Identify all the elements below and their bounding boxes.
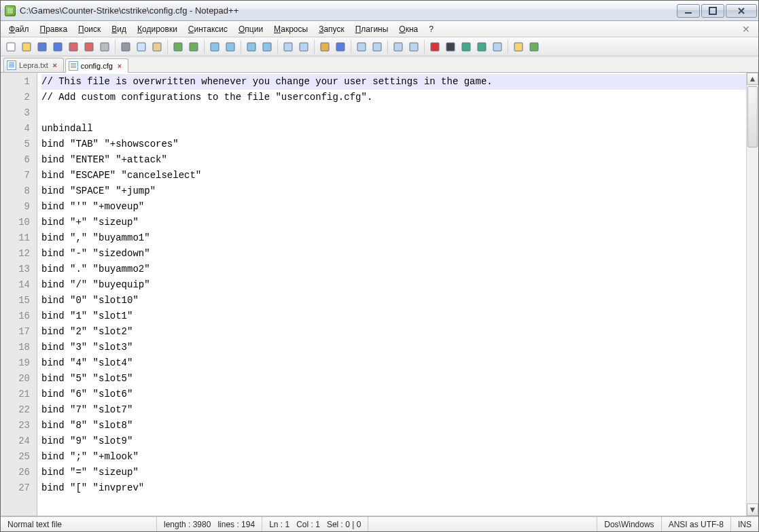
- code-line[interactable]: bind "ENTER" "+attack": [41, 152, 746, 168]
- code-line[interactable]: bind "-" "sizedown": [41, 246, 746, 262]
- save-macro-icon[interactable]: [490, 39, 505, 54]
- code-line[interactable]: bind "6" "slot6": [41, 387, 746, 402]
- svg-rect-7: [85, 43, 93, 51]
- toolbar-separator: [241, 40, 241, 54]
- code-line[interactable]: bind "4" "slot4": [41, 355, 746, 371]
- svg-rect-12: [174, 43, 182, 51]
- code-line[interactable]: bind "." "buyammo2": [41, 262, 746, 277]
- code-line[interactable]: bind "2" "slot2": [41, 324, 746, 340]
- app-icon: [5, 5, 16, 16]
- open-file-icon[interactable]: [19, 39, 34, 54]
- code-line[interactable]: bind "TAB" "+showscores": [41, 137, 746, 152]
- minimize-button[interactable]: [677, 4, 700, 18]
- menu-item[interactable]: Окна: [395, 23, 422, 35]
- stop-macro-icon[interactable]: [443, 39, 458, 54]
- menu-item[interactable]: Кодировки: [133, 23, 181, 35]
- status-caret: Ln : 1 Col : 1 Sel : 0 | 0: [262, 517, 368, 531]
- indent-guide-icon[interactable]: [354, 39, 369, 54]
- cut-icon[interactable]: [118, 39, 133, 54]
- code-line[interactable]: bind "," "buyammo1": [41, 230, 746, 246]
- menu-item[interactable]: ?: [425, 23, 438, 35]
- save-all-icon[interactable]: [50, 39, 65, 54]
- menu-item[interactable]: Файл: [5, 23, 33, 35]
- svg-rect-26: [431, 43, 439, 51]
- menu-item[interactable]: Опции: [234, 23, 267, 35]
- menu-item[interactable]: Синтаксис: [184, 23, 232, 35]
- play-macro-icon[interactable]: [459, 39, 474, 54]
- code-line[interactable]: bind "+" "sizeup": [41, 215, 746, 230]
- tab-close-icon[interactable]: ×: [116, 62, 124, 70]
- show-all-chars-icon[interactable]: [333, 39, 348, 54]
- close-all-icon[interactable]: [82, 39, 96, 54]
- scroll-up-button[interactable]: ▲: [747, 73, 758, 85]
- svg-rect-31: [514, 43, 523, 51]
- wordwrap-icon[interactable]: [317, 39, 332, 54]
- redo-icon[interactable]: [186, 39, 201, 54]
- maximize-button[interactable]: [701, 4, 724, 18]
- code-line[interactable]: unbindall: [41, 121, 746, 137]
- record-macro-icon[interactable]: [427, 39, 442, 54]
- find-icon[interactable]: [207, 39, 222, 54]
- svg-rect-18: [284, 43, 292, 51]
- svg-rect-8: [101, 43, 109, 51]
- vertical-scrollbar[interactable]: ▲ ▼: [746, 73, 758, 516]
- code-line[interactable]: bind "9" "slot9": [41, 433, 746, 449]
- code-line[interactable]: [41, 105, 746, 121]
- code-line[interactable]: bind "8" "slot8": [41, 418, 746, 433]
- play-multi-icon[interactable]: [474, 39, 489, 54]
- copy-icon[interactable]: [134, 39, 149, 54]
- code-line[interactable]: bind "1" "slot1": [41, 308, 746, 324]
- code-line[interactable]: bind "0" "slot10": [41, 293, 746, 308]
- code-line[interactable]: bind "3" "slot3": [41, 340, 746, 355]
- func-list-icon[interactable]: [406, 39, 421, 54]
- menu-item[interactable]: Макросы: [270, 23, 312, 35]
- code-area[interactable]: // This file is overwritten whenever you…: [37, 73, 746, 516]
- user-lang-icon[interactable]: [370, 39, 385, 54]
- menu-item[interactable]: Запуск: [315, 23, 349, 35]
- file-tab[interactable]: Lepra.txt×: [3, 58, 64, 72]
- menu-item[interactable]: Вид: [107, 23, 130, 35]
- folder-icon[interactable]: [511, 39, 526, 54]
- code-line[interactable]: bind "5" "slot5": [41, 371, 746, 387]
- code-line[interactable]: bind ";" "+mlook": [41, 449, 746, 465]
- undo-icon[interactable]: [171, 39, 186, 54]
- tab-label: config.cfg: [81, 62, 113, 70]
- paste-icon[interactable]: [149, 39, 164, 54]
- code-line[interactable]: bind "[" "invprev": [41, 480, 746, 496]
- code-line[interactable]: bind "'" "+moveup": [41, 199, 746, 215]
- close-icon[interactable]: [66, 39, 81, 54]
- new-file-icon[interactable]: [3, 39, 18, 54]
- tab-close-icon[interactable]: ×: [51, 61, 59, 69]
- menu-item[interactable]: Поиск: [74, 23, 105, 35]
- code-line[interactable]: // This file is overwritten whenever you…: [41, 74, 746, 90]
- code-line[interactable]: bind "ESCAPE" "cancelselect": [41, 168, 746, 183]
- line-number: 17: [2, 324, 30, 340]
- code-line[interactable]: bind "/" "buyequip": [41, 277, 746, 293]
- code-line[interactable]: // Add custom configurations to the file…: [41, 90, 746, 105]
- zoom-out-icon[interactable]: [260, 39, 275, 54]
- line-number: 8: [2, 183, 30, 199]
- print-icon[interactable]: [97, 39, 112, 54]
- save-icon[interactable]: [35, 39, 50, 54]
- file-tab[interactable]: config.cfg×: [65, 58, 128, 73]
- doc-map-icon[interactable]: [391, 39, 406, 54]
- menu-item[interactable]: Правка: [36, 23, 72, 35]
- sync-hscroll-icon[interactable]: [296, 39, 311, 54]
- scroll-down-button[interactable]: ▼: [747, 503, 758, 516]
- close-document-button[interactable]: ✕: [738, 24, 754, 35]
- scroll-thumb[interactable]: [747, 86, 758, 147]
- zoom-in-icon[interactable]: [244, 39, 259, 54]
- line-number: 10: [2, 215, 30, 230]
- replace-icon[interactable]: [223, 39, 238, 54]
- svg-rect-22: [357, 43, 366, 51]
- svg-rect-25: [410, 43, 418, 51]
- code-line[interactable]: bind "=" "sizeup": [41, 465, 746, 480]
- spellcheck-icon[interactable]: [527, 39, 542, 54]
- svg-rect-21: [336, 43, 345, 51]
- close-window-button[interactable]: [726, 4, 757, 18]
- sync-vscroll-icon[interactable]: [281, 39, 296, 54]
- status-eol: Dos\Windows: [597, 517, 661, 531]
- code-line[interactable]: bind "7" "slot7": [41, 402, 746, 418]
- code-line[interactable]: bind "SPACE" "+jump": [41, 183, 746, 199]
- menu-item[interactable]: Плагины: [351, 23, 393, 35]
